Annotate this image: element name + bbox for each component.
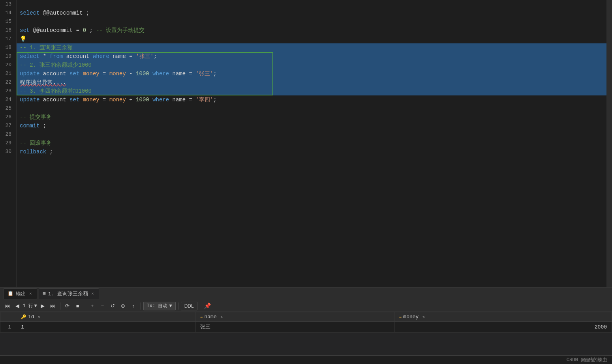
col-header-id[interactable]: 🔑id ⇅ <box>16 312 195 322</box>
nav-next-btn[interactable]: ▶ <box>38 302 47 310</box>
toolbar-separator <box>60 302 60 310</box>
code-line-13 <box>17 0 612 9</box>
code-line-28 <box>17 130 612 139</box>
stop-btn[interactable]: ■ <box>73 302 83 310</box>
col-label-id: id <box>28 314 34 320</box>
code-line-25 <box>17 104 612 113</box>
line-number-28: 28 <box>3 130 11 139</box>
nav-last-btn[interactable]: ⏭ <box>48 302 58 310</box>
pin-button[interactable]: 📌 <box>203 302 212 309</box>
line-numbers: 131415161718192021222324252627282930 <box>0 0 17 287</box>
code-line-14: select @@autocommit ; <box>17 9 612 17</box>
code-line-20: -- 2. 张三的余额减少1000 <box>17 61 612 69</box>
line-number-29: 29 <box>3 139 11 147</box>
line-number-14: 14 <box>3 9 11 17</box>
save-btn[interactable]: ⊕ <box>118 302 128 310</box>
code-line-17: 💡 <box>17 35 612 43</box>
line-number-30: 30 <box>3 147 11 156</box>
line-number-24: 24 <box>3 95 11 104</box>
toolbar-separator <box>141 302 141 310</box>
table-area[interactable]: 🔑id ⇅≡name ⇅≡money ⇅ 11张三2000 <box>0 312 612 355</box>
line-number-23: 23 <box>3 87 11 95</box>
code-line-27: commit ; <box>17 121 612 130</box>
toolbar-separator <box>85 302 85 310</box>
col-sort-id[interactable]: ⇅ <box>36 315 41 319</box>
bottom-panel: 📋输出×⊞1. 查询张三余额× ⏮◀1 行 ▼▶⏭⟳■+−↺⊕↑Tx: 自动 ▼… <box>0 287 612 364</box>
toolbar-separator <box>178 302 178 310</box>
line-number-25: 25 <box>3 104 11 113</box>
upload-btn[interactable]: ↑ <box>129 302 138 310</box>
code-line-24: update account set money = money + 1000 … <box>17 95 612 104</box>
row-count-arrow: ▼ <box>34 303 37 309</box>
code-line-18: -- 1. 查询张三余额 <box>17 43 612 52</box>
row-count-dropdown[interactable]: 1 行 ▼ <box>23 302 37 309</box>
cell-money[interactable]: 2000 <box>394 322 612 332</box>
col-header-name[interactable]: ≡name ⇅ <box>195 312 394 322</box>
panel-tabs: 📋输出×⊞1. 查询张三余额× <box>0 287 612 300</box>
tx-mode-dropdown[interactable]: Tx: 自动 ▼ <box>143 302 176 310</box>
code-line-22: 程序抛出异常.... <box>17 78 612 87</box>
ddl-button[interactable]: DDL <box>181 302 197 310</box>
code-editor[interactable]: 131415161718192021222324252627282930 sel… <box>0 0 612 287</box>
toolbar-separator <box>200 302 200 310</box>
refresh-btn[interactable]: ⟳ <box>63 302 72 310</box>
col-icon-id: 🔑 <box>21 315 26 319</box>
status-text: CSDN @酷酷的榛虫 <box>567 357 607 363</box>
row-count-label: 1 行 <box>23 302 33 309</box>
code-line-26: -- 提交事务 <box>17 113 612 121</box>
nav-prev-btn[interactable]: ◀ <box>13 302 22 310</box>
add-row-btn[interactable]: + <box>88 302 97 310</box>
nav-first-btn[interactable]: ⏮ <box>2 302 12 310</box>
line-number-16: 16 <box>3 26 11 35</box>
col-label-money: money <box>403 314 419 320</box>
col-icon-money: ≡ <box>399 315 402 319</box>
tab-close-result1[interactable]: × <box>90 291 95 296</box>
row-number-cell: 1 <box>0 322 16 332</box>
col-sort-name[interactable]: ⇅ <box>218 315 223 319</box>
line-number-20: 20 <box>3 61 11 69</box>
line-number-13: 13 <box>3 0 11 9</box>
row-num-header <box>0 312 16 322</box>
tab-icon-output: 📋 <box>8 291 13 297</box>
cell-id[interactable]: 1 <box>16 322 195 332</box>
tab-label-result1: 1. 查询张三余额 <box>48 290 88 297</box>
table-row: 11张三2000 <box>0 322 612 332</box>
line-number-19: 19 <box>3 52 11 61</box>
scrollbar[interactable] <box>606 0 612 287</box>
panel-tab-result1[interactable]: ⊞1. 查询张三余额× <box>39 288 99 299</box>
result-table: 🔑id ⇅≡name ⇅≡money ⇅ 11张三2000 <box>0 312 612 332</box>
col-sort-money[interactable]: ⇅ <box>420 315 425 319</box>
line-number-26: 26 <box>3 113 11 121</box>
col-label-name: name <box>204 314 216 320</box>
code-line-23: -- 3. 李四的余额增加1000 <box>17 87 612 95</box>
line-number-22: 22 <box>3 78 11 87</box>
code-line-30: rollback ; <box>17 147 612 156</box>
line-number-17: 17 <box>3 35 11 43</box>
tab-label-output: 输出 <box>16 290 26 297</box>
line-number-21: 21 <box>3 69 11 78</box>
code-line-16: set @@autocommit = 0 ; -- 设置为手动提交 <box>17 26 612 35</box>
line-number-27: 27 <box>3 121 11 130</box>
line-number-15: 15 <box>3 17 11 26</box>
cell-name[interactable]: 张三 <box>195 322 394 332</box>
code-line-29: -- 回滚事务 <box>17 139 612 147</box>
code-line-21: update account set money = money - 1000 … <box>17 69 612 78</box>
code-line-15 <box>17 17 612 26</box>
col-icon-name: ≡ <box>200 315 203 319</box>
tab-icon-result1: ⊞ <box>43 291 46 297</box>
code-line-19: select * from account where name = '张三'; <box>17 52 612 61</box>
tab-close-output[interactable]: × <box>28 291 33 296</box>
col-header-money[interactable]: ≡money ⇅ <box>394 312 612 322</box>
revert-btn[interactable]: ↺ <box>108 302 118 310</box>
line-number-18: 18 <box>3 43 11 52</box>
result-toolbar: ⏮◀1 行 ▼▶⏭⟳■+−↺⊕↑Tx: 自动 ▼DDL📌 <box>0 300 612 312</box>
status-bar: CSDN @酷酷的榛虫 <box>0 355 612 364</box>
panel-tab-output[interactable]: 📋输出× <box>3 288 37 299</box>
code-content[interactable]: select @@autocommit ; set @@autocommit =… <box>17 0 612 287</box>
remove-row-btn[interactable]: − <box>98 302 107 310</box>
